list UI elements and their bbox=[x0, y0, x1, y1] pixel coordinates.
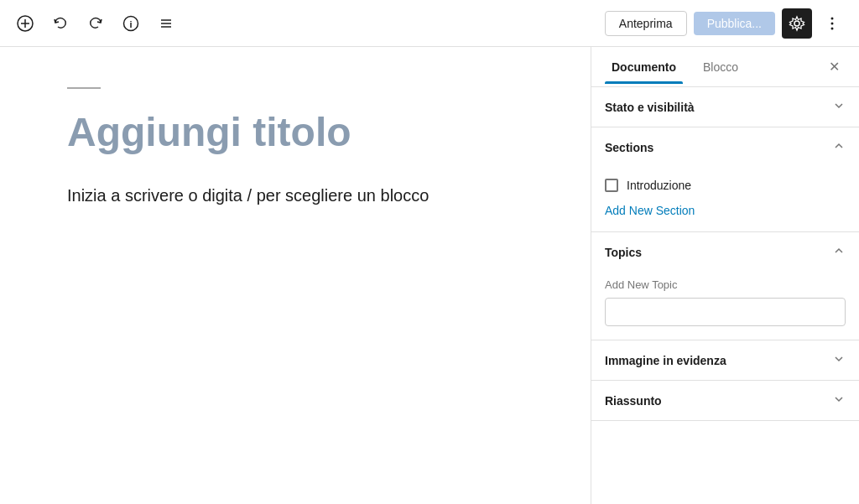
panel-stato: Stato e visibilità bbox=[591, 87, 859, 127]
panel-riassunto-header[interactable]: Riassunto bbox=[591, 381, 859, 420]
list-view-icon[interactable] bbox=[154, 12, 178, 35]
more-options-button[interactable] bbox=[819, 10, 846, 37]
panel-immagine-header[interactable]: Immagine in evidenza bbox=[591, 340, 859, 380]
section-item-introduzione: Introduzione bbox=[605, 174, 846, 197]
undo-icon[interactable] bbox=[49, 12, 72, 35]
tab-document[interactable]: Documento bbox=[605, 50, 683, 84]
editor-area[interactable]: Aggiungi titolo Inizia a scrivere o digi… bbox=[0, 47, 591, 504]
panel-sections-body: Introduzione Add New Section bbox=[591, 167, 859, 231]
add-new-section-link[interactable]: Add New Section bbox=[605, 204, 695, 217]
panel-stato-title: Stato e visibilità bbox=[605, 101, 695, 114]
svg-point-8 bbox=[794, 21, 799, 26]
close-button[interactable]: ✕ bbox=[822, 55, 846, 79]
panel-stato-header[interactable]: Stato e visibilità bbox=[591, 87, 859, 127]
panel-riassunto-title: Riassunto bbox=[605, 394, 662, 408]
panel-topics-chevron bbox=[832, 244, 846, 260]
panel-topics-title: Topics bbox=[605, 246, 642, 259]
toolbar: i Anteprima Pubblica... bbox=[0, 0, 859, 47]
svg-point-11 bbox=[831, 27, 834, 29]
toolbar-right: Anteprima Pubblica... bbox=[605, 8, 846, 39]
svg-point-10 bbox=[831, 22, 834, 24]
panel-topics: Topics Add New Topic bbox=[591, 232, 859, 340]
panel-riassunto-chevron bbox=[832, 392, 846, 408]
topics-input[interactable] bbox=[605, 298, 846, 326]
section-label-introduzione: Introduzione bbox=[627, 179, 691, 192]
redo-icon[interactable] bbox=[84, 12, 107, 35]
panel-immagine-title: Immagine in evidenza bbox=[605, 354, 726, 367]
section-checkbox-introduzione[interactable] bbox=[605, 179, 618, 192]
panel-sections-title: Sections bbox=[605, 141, 653, 154]
publish-button[interactable]: Pubblica... bbox=[694, 12, 775, 35]
toolbar-left: i bbox=[13, 12, 178, 35]
sidebar-tabs: Documento Blocco ✕ bbox=[591, 47, 859, 87]
editor-title[interactable]: Aggiungi titolo bbox=[67, 109, 523, 155]
panel-topics-header[interactable]: Topics bbox=[591, 232, 859, 272]
topics-add-label: Add New Topic bbox=[605, 278, 846, 291]
info-icon[interactable]: i bbox=[119, 12, 143, 35]
tab-block[interactable]: Blocco bbox=[696, 50, 745, 84]
panel-stato-chevron bbox=[832, 99, 846, 115]
panel-immagine: Immagine in evidenza bbox=[591, 340, 859, 381]
panel-riassunto: Riassunto bbox=[591, 381, 859, 421]
editor-rule bbox=[67, 87, 101, 89]
editor-body[interactable]: Inizia a scrivere o digita / per sceglie… bbox=[67, 182, 523, 209]
sidebar: Documento Blocco ✕ Stato e visibilità Se… bbox=[591, 47, 859, 504]
main-area: Aggiungi titolo Inizia a scrivere o digi… bbox=[0, 47, 859, 504]
panel-sections: Sections Introduzione Add New Section bbox=[591, 127, 859, 232]
svg-text:i: i bbox=[129, 18, 132, 29]
panel-topics-body: Add New Topic bbox=[591, 272, 859, 340]
preview-button[interactable]: Anteprima bbox=[605, 11, 687, 36]
settings-button[interactable] bbox=[782, 8, 812, 39]
panel-sections-chevron bbox=[832, 139, 846, 155]
panel-immagine-chevron bbox=[832, 352, 846, 368]
panel-sections-header[interactable]: Sections bbox=[591, 127, 859, 167]
add-block-icon[interactable] bbox=[13, 12, 37, 35]
svg-point-9 bbox=[831, 17, 834, 19]
